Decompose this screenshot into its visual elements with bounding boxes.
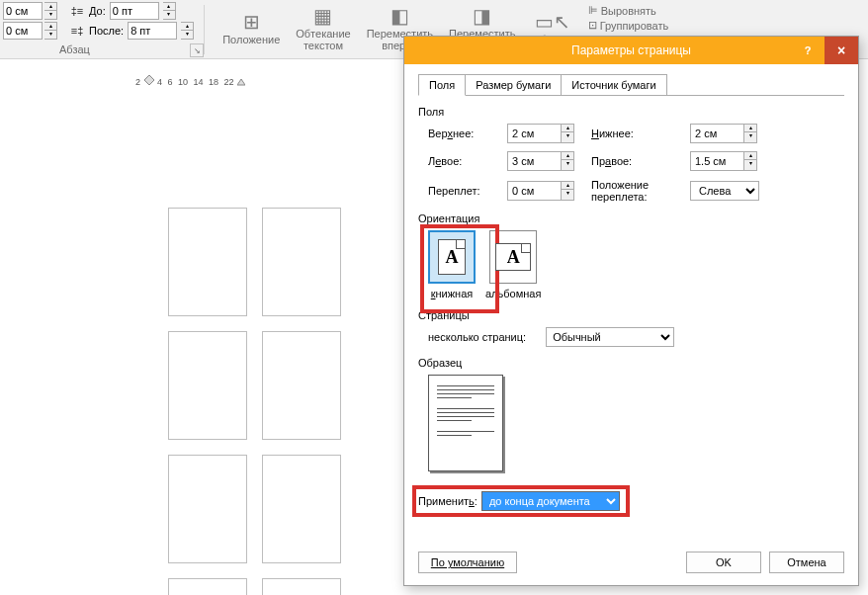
help-button[interactable]: ? xyxy=(791,37,825,64)
spacing-before-icon: ‡≡ xyxy=(69,3,85,19)
gutter-input[interactable] xyxy=(507,181,562,201)
apply-to-row: Применить: до конца документа xyxy=(418,491,844,511)
align-icon: ⊫ xyxy=(588,4,598,17)
margin-top-input[interactable] xyxy=(507,124,562,143)
default-button[interactable]: По умолчанию xyxy=(418,552,517,573)
horizontal-ruler: 2 4 6 10 14 18 22 xyxy=(133,73,245,91)
margin-right-input[interactable] xyxy=(690,151,744,171)
page-thumb[interactable] xyxy=(262,578,341,595)
forward-icon: ◧ xyxy=(388,4,411,28)
spin-buttons[interactable]: ▴▾ xyxy=(744,124,757,143)
group-icon: ⊡ xyxy=(588,19,597,32)
dialog-tabs: Поля Размер бумаги Источник бумаги xyxy=(418,74,844,96)
page-setup-dialog: Параметры страницы ? × Поля Размер бумаг… xyxy=(403,36,859,586)
svg-marker-0 xyxy=(144,75,154,85)
page-thumb[interactable] xyxy=(168,331,247,440)
spacing-controls: ‡≡ До: ▴▾ ≡‡ После: ▴▾ xyxy=(69,2,194,40)
multi-pages-label: несколько страниц: xyxy=(428,331,526,343)
spin-buttons[interactable]: ▴▾ xyxy=(44,2,57,20)
orientation-section: Ориентация A книжная A альбомная xyxy=(418,212,844,299)
margin-top-label: Верхнее: xyxy=(428,128,507,139)
wrap-label: Обтекание текстом xyxy=(296,28,350,51)
page-thumb[interactable] xyxy=(168,578,247,595)
spin-buttons[interactable]: ▴▾ xyxy=(181,22,194,40)
gutter-label: Переплет: xyxy=(428,185,507,197)
wrap-icon: ▦ xyxy=(311,4,335,28)
multi-pages-select[interactable]: Обычный xyxy=(546,327,674,347)
spin-buttons[interactable]: ▴▾ xyxy=(163,2,176,20)
spacing-before-label: До: xyxy=(89,5,106,17)
dialog-title: Параметры страницы xyxy=(571,43,691,57)
cancel-button[interactable]: Отмена xyxy=(769,552,844,573)
align-button[interactable]: ⊫Выровнять xyxy=(588,4,669,17)
page-thumb[interactable] xyxy=(262,331,341,440)
page-thumb[interactable] xyxy=(168,208,247,316)
margins-section-title: Поля xyxy=(418,106,844,118)
right-indent-marker-icon[interactable] xyxy=(237,75,245,89)
margin-bottom-input[interactable] xyxy=(690,124,744,143)
spin-buttons[interactable]: ▴▾ xyxy=(562,151,574,171)
spin-buttons[interactable]: ▴▾ xyxy=(44,22,57,40)
gutter-position-select[interactable]: Слева xyxy=(690,181,759,201)
tab-paper-source[interactable]: Источник бумаги xyxy=(561,74,666,95)
page-thumb[interactable] xyxy=(168,455,247,563)
preview-page-icon xyxy=(428,375,503,471)
pages-section: Страницы несколько страниц: Обычный xyxy=(418,309,844,347)
margin-left-label: Левое: xyxy=(428,155,507,167)
close-button[interactable]: × xyxy=(825,37,858,64)
dialog-titlebar[interactable]: Параметры страницы ? × xyxy=(404,37,858,64)
portrait-icon: A xyxy=(438,239,466,275)
margin-bottom-label: Нижнее: xyxy=(591,128,690,139)
ok-button[interactable]: OK xyxy=(686,552,761,573)
wrap-text-button[interactable]: ▦Обтекание текстом xyxy=(288,2,358,53)
tab-margins[interactable]: Поля xyxy=(418,74,466,96)
svg-marker-1 xyxy=(237,79,245,85)
spin-buttons[interactable]: ▴▾ xyxy=(562,124,574,143)
margin-left-input[interactable] xyxy=(507,151,562,171)
landscape-icon: A xyxy=(495,243,531,271)
orientation-landscape[interactable]: A альбомная xyxy=(485,230,541,299)
apply-to-select[interactable]: до конца документа xyxy=(481,491,620,511)
backward-icon: ◨ xyxy=(471,4,494,28)
paragraph-group-label: Абзац xyxy=(59,43,90,55)
margins-section: Поля Верхнее: ▴▾ Нижнее: ▴▾ Левое: ▴▾ Пр… xyxy=(418,106,844,203)
spin-buttons[interactable]: ▴▾ xyxy=(744,151,757,171)
apply-to-label: Применить: xyxy=(418,495,477,507)
dialog-body: Поля Размер бумаги Источник бумаги Поля … xyxy=(404,64,858,585)
spin-buttons[interactable]: ▴▾ xyxy=(562,181,574,201)
indent-controls: ▴▾ ▴▾ xyxy=(0,2,59,40)
position-icon: ⊞ xyxy=(239,10,263,34)
page-thumbnails xyxy=(168,208,341,595)
preview-section: Образец xyxy=(418,357,844,471)
margin-right-label: Правое: xyxy=(591,155,690,167)
paragraph-launcher-icon[interactable]: ↘ xyxy=(190,43,204,57)
group-button[interactable]: ⊡Группировать xyxy=(588,19,669,32)
separator xyxy=(204,5,205,54)
position-button[interactable]: ⊞Положение xyxy=(215,8,288,47)
selection-icon: ▭↖ xyxy=(541,10,564,34)
page-thumb[interactable] xyxy=(262,208,341,316)
indent-right-input[interactable] xyxy=(3,22,43,40)
indent-left-input[interactable] xyxy=(3,2,43,20)
spacing-after-input[interactable] xyxy=(128,22,177,40)
tab-paper-size[interactable]: Размер бумаги xyxy=(465,74,562,95)
orientation-section-title: Ориентация xyxy=(418,212,844,224)
indent-marker-icon[interactable] xyxy=(144,75,154,89)
pages-section-title: Страницы xyxy=(418,309,844,321)
orientation-portrait[interactable]: A книжная xyxy=(428,230,476,299)
spacing-after-label: После: xyxy=(89,25,124,37)
preview-section-title: Образец xyxy=(418,357,844,369)
spacing-before-input[interactable] xyxy=(110,2,159,20)
spacing-after-icon: ≡‡ xyxy=(69,23,85,39)
gutter-position-label: Положение переплета: xyxy=(591,179,690,203)
page-thumb[interactable] xyxy=(262,455,341,563)
